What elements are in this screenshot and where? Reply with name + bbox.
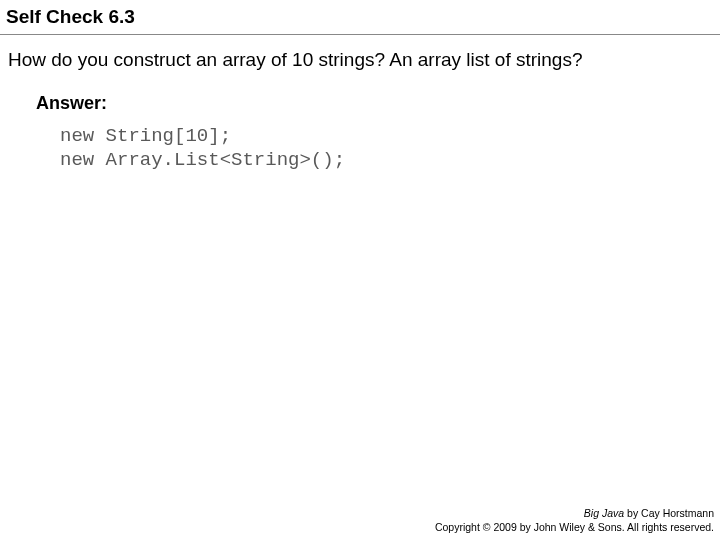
answer-section: Answer: new String[10]; new Array.List<S… <box>0 73 720 173</box>
footer: Big Java by Cay Horstmann Copyright © 20… <box>435 506 714 534</box>
footer-copyright: Copyright © 2009 by John Wiley & Sons. A… <box>435 520 714 534</box>
code-block: new String[10]; new Array.List<String>()… <box>36 114 710 173</box>
byline: by Cay Horstmann <box>624 507 714 519</box>
question-text: How do you construct an array of 10 stri… <box>0 35 720 73</box>
footer-line1: Big Java by Cay Horstmann <box>435 506 714 520</box>
slide: { "title": "Self Check 6.3", "question":… <box>0 0 720 540</box>
answer-label: Answer: <box>36 93 710 114</box>
page-title: Self Check 6.3 <box>0 0 720 35</box>
book-title: Big Java <box>584 507 624 519</box>
